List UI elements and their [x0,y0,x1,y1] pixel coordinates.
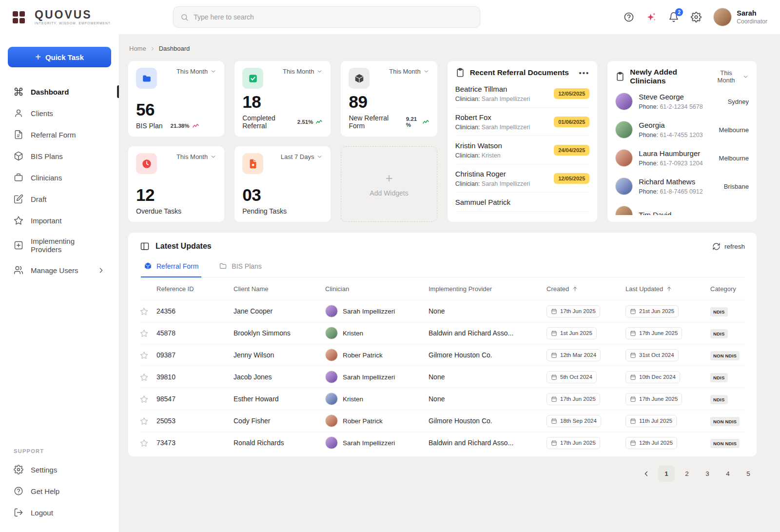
favorite-star-icon[interactable] [140,439,156,447]
pagination-page-4[interactable]: 4 [720,465,736,482]
header-implementing-provider: Implementing Provider [429,285,546,293]
table-row[interactable]: 39810 Jacob Jones Sarah Impellizzeri Non… [140,366,745,388]
reference-id: 24356 [156,307,234,315]
chevron-down-icon [210,68,216,75]
clinician-name: Laura Haumburger [639,149,702,158]
sidebar: + Quick Task Dashboard Clients Referral … [0,34,119,532]
referral-document-item[interactable]: Christina Roger Clinician: Sarah Impelli… [455,164,590,193]
period-filter-dropdown[interactable]: This Month [176,68,216,75]
sidebar-item-implementing-providers[interactable]: Implementing Providers [7,231,112,259]
sidebar-item-get-help[interactable]: Get Help [7,480,112,502]
table-row[interactable]: 25053 Cody Fisher Rober Patrick Gilmore … [140,410,745,432]
client-name: Jenny Wilson [234,351,325,359]
pagination-page-3[interactable]: 3 [699,465,716,482]
sidebar-item-label: Clinicians [31,174,62,182]
clinician-city: Melbourne [719,126,749,134]
sidebar-item-clinicians[interactable]: Clinicians [7,167,112,188]
card-title: Newly Added Clinicians [630,68,707,85]
help-icon[interactable] [624,12,634,22]
more-options-icon[interactable]: ••• [579,69,590,77]
refresh-icon [712,242,721,251]
trend-line-icon [422,118,429,126]
calendar-icon [630,418,636,424]
notification-bell-icon[interactable]: 2 [668,12,679,22]
referral-document-item[interactable]: Beatrice Tillman Clinician: Sarah Impell… [455,79,590,108]
trend-indicator: 9.21 % [406,116,429,128]
calendar-icon [551,418,557,424]
app-grid-icon[interactable] [13,11,25,23]
chevron-left-icon [642,470,650,478]
sidebar-item-label: Referral Form [31,131,76,139]
table-row[interactable]: 73473 Ronald Richards Sarah Impellizzeri… [140,432,745,453]
tab-bis-plans[interactable]: BIS Plans [216,257,264,277]
favorite-star-icon[interactable] [140,417,156,425]
referral-document-item[interactable]: Sammuel Patrick [455,193,590,212]
implementing-provider: None [429,395,546,403]
recent-referral-documents-card: Recent Referral Documents ••• Beatrice T… [448,61,598,222]
add-widgets-button[interactable]: + Add Widgets [341,146,437,222]
header-created[interactable]: Created [546,285,625,293]
clinician-item[interactable]: Steve George Phone: 61-2-1234 5678 Sydne… [615,87,749,116]
implementing-provider: Gilmore Houston Co. [429,417,546,425]
favorite-star-icon[interactable] [140,307,156,315]
pagination-page-2[interactable]: 2 [679,465,695,482]
breadcrumb-home[interactable]: Home [129,45,146,52]
period-filter-dropdown[interactable]: This Month [283,68,323,75]
table-row[interactable]: 98547 Esther Howard Kristen None 17th Ju… [140,388,745,410]
clinician-phone: Phone: 61-8-7465 0912 [639,188,702,195]
table-row[interactable]: 24356 Jane Cooper Sarah Impellizzeri Non… [140,300,745,322]
search-input[interactable] [194,13,473,21]
search-bar[interactable] [173,6,480,28]
sidebar-item-label: Draft [31,195,47,203]
sidebar-item-dashboard[interactable]: Dashboard [7,81,112,102]
reference-id: 73473 [156,439,234,447]
ai-sparkle-icon[interactable] [646,12,657,22]
clinician-item[interactable]: Laura Haumburger Phone: 61-7-0923 1204 M… [615,144,749,172]
favorite-star-icon[interactable] [140,329,156,337]
tab-referral-form[interactable]: Referral Form [141,257,201,277]
sidebar-item-logout[interactable]: Logout [7,502,112,523]
stat-label: New Referral Form [349,114,398,130]
trend-indicator: 2.51% [297,118,323,126]
sidebar-item-manage-users[interactable]: Manage Users [7,259,112,281]
newly-added-clinicians-card: Newly Added Clinicians This Month Steve … [607,61,757,222]
reference-id: 98547 [156,395,234,403]
referral-document-item[interactable]: Robert Fox Clinician: Sarah Impellizzeri… [455,108,590,136]
calendar-icon [630,352,636,358]
clinician-item[interactable]: Georgia Phone: 61-4-7455 1203 Melbourne [615,116,749,144]
referral-document-item[interactable]: Kristin Watson Clinician: Kristen 24/04/… [455,136,590,164]
refresh-button[interactable]: refresh [712,242,745,251]
period-filter-dropdown[interactable]: This Month [389,68,429,75]
favorite-star-icon[interactable] [140,395,156,403]
pagination-prev-button[interactable] [638,465,654,482]
sidebar-item-label: Clients [31,109,53,118]
header-last-updated[interactable]: Last Updated [625,285,710,293]
favorite-star-icon[interactable] [140,351,156,359]
table-row[interactable]: 45878 Brooklyn Simmons Kristen Baldwin a… [140,322,745,344]
quick-task-button[interactable]: + Quick Task [8,47,111,67]
sidebar-item-important[interactable]: Important [7,210,112,231]
pagination-page-5[interactable]: 5 [740,465,757,482]
table-row[interactable]: 09387 Jenny Wilson Rober Patrick Gilmore… [140,344,745,366]
favorite-star-icon[interactable] [140,373,156,381]
implementing-provider: None [429,307,546,315]
clinician-item[interactable]: Richard Mathews Phone: 61-8-7465 0912 Br… [615,172,749,200]
client-name: Cody Fisher [234,417,325,425]
clinician-item[interactable]: Tim David [615,200,749,215]
sidebar-item-draft[interactable]: Draft [7,188,112,210]
period-filter-dropdown[interactable]: Last 7 Days [281,153,323,160]
period-filter-dropdown[interactable]: This Month [712,69,749,84]
user-menu[interactable]: Sarah Coordinator [713,8,767,26]
pagination-page-1[interactable]: 1 [658,465,675,482]
file-icon [242,153,263,174]
updated-date: 31st Oct 2024 [625,349,679,361]
sidebar-item-clients[interactable]: Clients [7,102,112,124]
settings-gear-icon[interactable] [691,12,702,22]
sidebar-item-settings[interactable]: Settings [7,459,112,480]
sidebar-item-referral-form[interactable]: Referral Form [7,124,112,145]
period-filter-dropdown[interactable]: This Month [176,153,216,160]
sidebar-item-bis-plans[interactable]: BIS Plans [7,145,112,167]
referral-name: Robert Fox [455,113,530,121]
category-badge: NON NDIS [710,351,740,360]
search-icon [180,13,189,21]
